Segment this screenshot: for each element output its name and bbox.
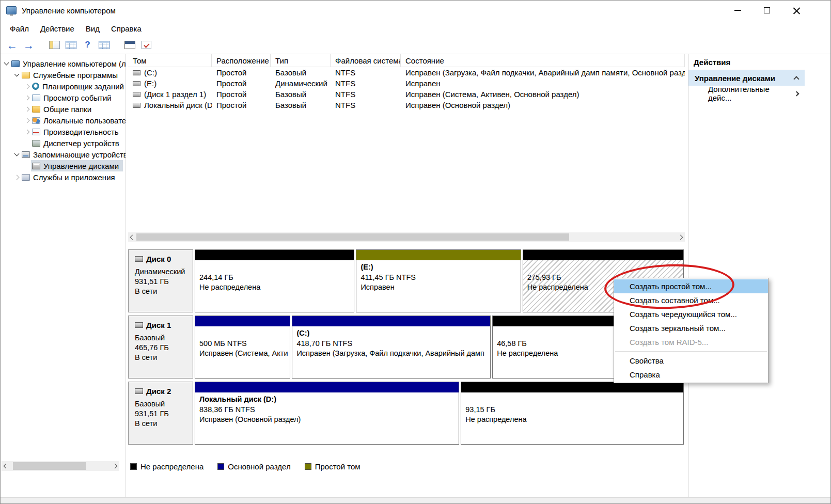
volume-status: Исправен (Загрузка, Файл подкачки, Авари…: [401, 67, 685, 78]
menu-view[interactable]: Вид: [80, 22, 105, 35]
partition-size: 418,70 ГБ NTFS: [296, 339, 486, 349]
close-button[interactable]: [789, 3, 804, 18]
disk-0-label[interactable]: Диск 0 Динамический 931,51 ГБ В сети: [128, 249, 193, 312]
tree-item-content: Диспетчер устройств: [31, 137, 123, 149]
tree-item-content: Просмотр событий: [31, 92, 116, 103]
partition-unallocated-3[interactable]: 93,15 ГБ Не распределена: [461, 382, 684, 445]
sidebar-item-event-viewer[interactable]: Просмотр событий: [0, 92, 126, 103]
export-list-button[interactable]: [64, 38, 78, 52]
minimize-button[interactable]: [730, 3, 745, 18]
volume-row[interactable]: (Диск 1 раздел 1) Простой Базовый NTFS И…: [128, 89, 685, 100]
partition-d[interactable]: Локальный диск (D:) 838,36 ГБ NTFS Испра…: [195, 382, 459, 445]
actions-section-disk-management[interactable]: Управление дисками: [688, 70, 805, 86]
legend-color-simple: [305, 463, 311, 470]
disk-2-label[interactable]: Диск 2 Базовый 931,51 ГБ В сети: [128, 382, 193, 445]
options-button[interactable]: [139, 38, 153, 52]
partition-color-bar: [195, 316, 290, 326]
scroll-right-button[interactable]: [676, 232, 685, 242]
partition-e[interactable]: (E:) 411,45 ГБ NTFS Исправен: [356, 249, 521, 312]
menu-item-new-striped-volume[interactable]: Создать чередующийся том...: [614, 307, 768, 321]
scroll-right-button[interactable]: [111, 461, 119, 471]
legend: Не распределена Основной раздел Простой …: [130, 462, 360, 471]
back-arrow-icon: [7, 40, 18, 51]
volume-status: Исправен: [401, 78, 685, 89]
menu-item-properties[interactable]: Свойства: [614, 354, 768, 368]
volume-row[interactable]: (C:) Простой Базовый NTFS Исправен (Загр…: [128, 67, 685, 78]
menu-item-new-spanned-volume[interactable]: Создать составной том...: [614, 293, 768, 307]
forward-button[interactable]: [22, 38, 36, 52]
disk-size: 931,51 ГБ: [135, 277, 193, 287]
sidebar-item-shared-folders[interactable]: Общие папки: [0, 103, 126, 115]
volume-layout: Простой: [212, 100, 271, 111]
menu-item-new-simple-volume[interactable]: Создать простой том...: [614, 279, 768, 293]
expander-icon[interactable]: [13, 74, 21, 76]
disk-icon: [135, 388, 143, 394]
expander-icon[interactable]: [23, 130, 31, 134]
menu-item-new-mirrored-volume[interactable]: Создать зеркальный том...: [614, 321, 768, 335]
actions-more-item[interactable]: Дополнительные дейс...: [688, 86, 805, 101]
volume-list-hscrollbar[interactable]: [128, 232, 685, 242]
scroll-left-button[interactable]: [128, 232, 137, 242]
sidebar-item-disk-management[interactable]: Управление дисками: [0, 160, 126, 171]
back-button[interactable]: [5, 38, 19, 52]
sidebar-item-label: Локальные пользовате: [43, 116, 126, 125]
menu-action[interactable]: Действие: [35, 22, 80, 35]
partition-c[interactable]: (C:) 418,70 ГБ NTFS Исправен (Загрузка, …: [292, 316, 491, 379]
sidebar-item-local-users[interactable]: Локальные пользовате: [0, 115, 126, 126]
column-header-status[interactable]: Состояние: [401, 54, 685, 67]
expander-icon[interactable]: [23, 96, 31, 100]
menu-item-new-raid5-volume: Создать том RAID-5...: [614, 335, 768, 349]
sidebar-item-services[interactable]: Службы и приложения: [0, 171, 126, 183]
legend-label: Простой том: [315, 462, 360, 471]
column-header-filesystem[interactable]: Файловая система: [331, 54, 401, 67]
expander-icon[interactable]: [23, 107, 31, 111]
sidebar-hscrollbar[interactable]: [2, 461, 119, 471]
volume-list: (C:) Простой Базовый NTFS Исправен (Загр…: [128, 67, 685, 111]
expander-icon[interactable]: [23, 119, 31, 122]
expander-icon[interactable]: [13, 176, 21, 179]
volume-row[interactable]: (E:) Простой Динамический NTFS Исправен: [128, 78, 685, 89]
expander-icon[interactable]: [23, 85, 31, 88]
menu-help[interactable]: Справка: [105, 22, 147, 35]
sidebar-item-device-manager[interactable]: Диспетчер устройств: [0, 137, 126, 149]
scrollbar-thumb[interactable]: [136, 233, 569, 241]
console-window-button[interactable]: [123, 38, 137, 52]
volume-icon: [133, 103, 140, 108]
disk-1-partitions: 500 МБ NTFS Исправен (Система, Акти (C:)…: [195, 316, 684, 379]
help-button[interactable]: [81, 38, 95, 52]
column-header-layout[interactable]: Расположение: [212, 54, 271, 67]
expander-icon[interactable]: [13, 153, 21, 155]
partition-color-bar: [292, 316, 490, 326]
expander-icon[interactable]: [3, 62, 10, 65]
submenu-arrow-icon: [794, 91, 799, 96]
column-header-type[interactable]: Тип: [271, 54, 331, 67]
partition-color-bar: [195, 250, 354, 260]
legend-color-unallocated: [130, 463, 137, 470]
app-icon: [6, 6, 17, 14]
scrollbar-thumb[interactable]: [13, 462, 86, 470]
menu-item-help[interactable]: Справка: [614, 368, 768, 382]
properties-button[interactable]: [97, 38, 111, 52]
volume-row[interactable]: Локальный диск (D:) Простой Базовый NTFS…: [128, 100, 685, 111]
disk-1-label[interactable]: Диск 1 Базовый 465,76 ГБ В сети: [128, 316, 193, 379]
column-header-volume[interactable]: Том: [128, 54, 212, 67]
legend-item-unallocated: Не распределена: [130, 462, 203, 471]
actions-more-label: Дополнительные дейс...: [708, 85, 795, 102]
maximize-button[interactable]: [759, 3, 775, 18]
collapse-chevron-icon[interactable]: [793, 76, 799, 82]
system-tools-icon: [22, 72, 30, 78]
sidebar-item-task-scheduler[interactable]: Планировщик заданий: [0, 81, 126, 92]
console-tree-pane: Управление компьютером (лс Служебные про…: [0, 54, 126, 497]
volume-type: Динамический: [271, 78, 331, 89]
partition-unallocated-1[interactable]: 244,14 ГБ Не распределена: [195, 249, 354, 312]
menu-file[interactable]: Файл: [4, 22, 35, 35]
show-console-tree-button[interactable]: [48, 38, 61, 52]
sidebar-item-system-tools[interactable]: Служебные программы: [0, 69, 126, 81]
sidebar-item-performance[interactable]: Производительность: [0, 126, 126, 137]
scroll-left-button[interactable]: [2, 461, 10, 471]
sidebar-item-storage[interactable]: Запоминающие устройств: [0, 149, 126, 160]
partition-status: Исправен (Загрузка, Файл подкачки, Авари…: [296, 349, 486, 359]
partition-system-reserved[interactable]: 500 МБ NTFS Исправен (Система, Акти: [195, 316, 290, 379]
sidebar-item-computer-management[interactable]: Управление компьютером (лс: [0, 58, 126, 69]
console-window-icon: [124, 41, 135, 49]
